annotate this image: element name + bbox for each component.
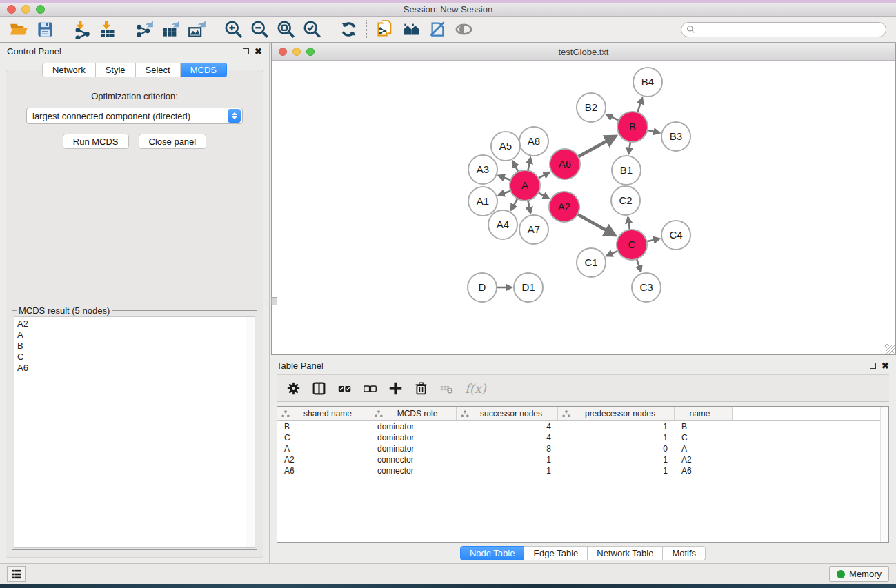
result-scrollbar[interactable] <box>246 317 255 547</box>
cell[interactable]: dominator <box>370 422 457 432</box>
tab-node-table[interactable]: Node Table <box>460 546 525 560</box>
node-B[interactable]: B <box>617 112 648 142</box>
node-C1[interactable]: C1 <box>577 248 606 277</box>
open-file-button[interactable] <box>6 19 32 41</box>
node-A1[interactable]: A1 <box>468 187 497 216</box>
cell[interactable]: 8 <box>457 444 558 454</box>
cell[interactable]: C <box>277 433 370 443</box>
column-header-name[interactable]: name <box>675 407 733 420</box>
zoom-in-button[interactable] <box>220 19 246 41</box>
node-B2[interactable]: B2 <box>577 93 606 122</box>
network-graph[interactable]: B4B2BB3A8A5A6A3B1AA1C2A2A4A7C4CC1C3DD1 <box>272 61 886 353</box>
node-A5[interactable]: A5 <box>491 132 520 161</box>
node-A2[interactable]: A2 <box>549 192 579 222</box>
zoom-fit-button[interactable] <box>272 19 299 41</box>
column-header-MCDS-role[interactable]: MCDS role <box>370 407 457 420</box>
node-A3[interactable]: A3 <box>468 155 497 184</box>
table-settings-button[interactable] <box>286 381 301 396</box>
cell[interactable]: dominator <box>370 433 457 443</box>
node-A7[interactable]: A7 <box>519 215 548 244</box>
node-A8[interactable]: A8 <box>519 127 548 156</box>
delete-table-button[interactable] <box>439 381 454 396</box>
table-row[interactable]: A2connector11A2 <box>277 454 888 465</box>
tab-mcds[interactable]: MCDS <box>181 63 227 77</box>
node-D1[interactable]: D1 <box>514 273 543 302</box>
node-C2[interactable]: C2 <box>611 186 640 215</box>
edge-A-A6[interactable] <box>538 172 549 179</box>
edge-A-A8[interactable] <box>528 158 530 170</box>
cell[interactable]: dominator <box>370 444 457 454</box>
search-field[interactable] <box>681 22 886 37</box>
node-B1[interactable]: B1 <box>612 156 641 185</box>
import-table-button[interactable] <box>94 19 121 41</box>
edge-A-A3[interactable] <box>499 176 510 181</box>
edge-C-C4[interactable] <box>646 239 659 241</box>
close-panel-icon[interactable]: ✖ <box>255 48 262 54</box>
node-D[interactable]: D <box>468 273 497 302</box>
cell[interactable]: A2 <box>277 455 370 465</box>
criterion-dropdown[interactable]: largest connected component (directed) <box>26 108 243 124</box>
cell[interactable]: 1 <box>558 433 675 443</box>
tab-edge-table[interactable]: Edge Table <box>524 546 588 560</box>
export-table-button[interactable] <box>157 19 183 41</box>
column-header-predecessor-nodes[interactable]: predecessor nodes <box>558 407 675 420</box>
memory-button[interactable]: Memory <box>829 566 889 582</box>
deselect-all-columns-button[interactable] <box>363 381 377 396</box>
tab-style[interactable]: Style <box>96 63 136 77</box>
cell[interactable]: 1 <box>457 455 558 465</box>
cell[interactable]: connector <box>370 455 457 465</box>
close-panel-button[interactable]: Close panel <box>139 134 207 149</box>
float-table-panel-icon[interactable] <box>870 363 876 369</box>
table-row[interactable]: A6connector11A6 <box>277 465 888 476</box>
cell[interactable]: connector <box>370 466 457 476</box>
cell[interactable]: 1 <box>558 466 675 476</box>
table-row[interactable]: Bdominator41B <box>277 421 888 432</box>
edge-C-C1[interactable] <box>607 251 618 256</box>
table-scrollbar[interactable] <box>880 407 888 542</box>
table-row[interactable]: Cdominator41C <box>277 432 888 443</box>
network-canvas[interactable]: B4B2BB3A8A5A6A3B1AA1C2A2A4A7C4CC1C3DD1 <box>272 61 895 354</box>
node-B3[interactable]: B3 <box>661 122 690 151</box>
cell[interactable]: B <box>675 422 733 432</box>
edge-A-A2[interactable] <box>538 193 548 199</box>
edge-A-A1[interactable] <box>499 191 510 196</box>
cell[interactable]: A <box>277 444 370 454</box>
export-image-button[interactable] <box>183 19 210 41</box>
node-B4[interactable]: B4 <box>633 68 662 97</box>
zoom-out-button[interactable] <box>246 19 272 41</box>
cell[interactable]: A2 <box>675 455 733 465</box>
edge-A-A7[interactable] <box>528 201 530 213</box>
column-header-successor-nodes[interactable]: successor nodes <box>457 407 558 420</box>
cell[interactable]: 0 <box>558 444 675 454</box>
tab-network-table[interactable]: Network Table <box>588 546 663 560</box>
node-A[interactable]: A <box>510 170 540 201</box>
cell[interactable]: 1 <box>558 455 675 465</box>
node-C4[interactable]: C4 <box>661 221 690 250</box>
edge-B-B1[interactable] <box>628 142 630 154</box>
edge-B-B3[interactable] <box>647 130 659 133</box>
cell[interactable]: A <box>675 444 733 454</box>
edge-A-A4[interactable] <box>511 199 517 210</box>
edge-C-C2[interactable] <box>628 217 630 230</box>
float-panel-icon[interactable] <box>243 48 249 54</box>
import-network-button[interactable] <box>68 19 94 41</box>
window-left-grip[interactable] <box>271 297 277 305</box>
cell[interactable]: B <box>277 422 370 432</box>
select-all-columns-button[interactable] <box>337 381 352 396</box>
edge-A6-B[interactable] <box>578 136 615 157</box>
edge-A-A5[interactable] <box>513 161 518 172</box>
mcds-result-list[interactable]: A2ABCA6 <box>14 316 255 548</box>
node-A6[interactable]: A6 <box>550 149 580 179</box>
node-C[interactable]: C <box>617 230 647 260</box>
search-input[interactable] <box>695 25 886 34</box>
show-hide-panel-button[interactable] <box>450 19 477 41</box>
export-network-button[interactable] <box>131 19 157 41</box>
cell[interactable]: A6 <box>277 466 370 476</box>
tab-network[interactable]: Network <box>42 63 96 77</box>
task-history-button[interactable] <box>7 566 26 582</box>
column-header-shared-name[interactable]: shared name <box>277 407 370 420</box>
node-A4[interactable]: A4 <box>488 210 517 239</box>
delete-column-button[interactable] <box>414 381 428 396</box>
close-table-panel-icon[interactable]: ✖ <box>882 363 889 369</box>
tab-motifs[interactable]: Motifs <box>663 546 706 560</box>
